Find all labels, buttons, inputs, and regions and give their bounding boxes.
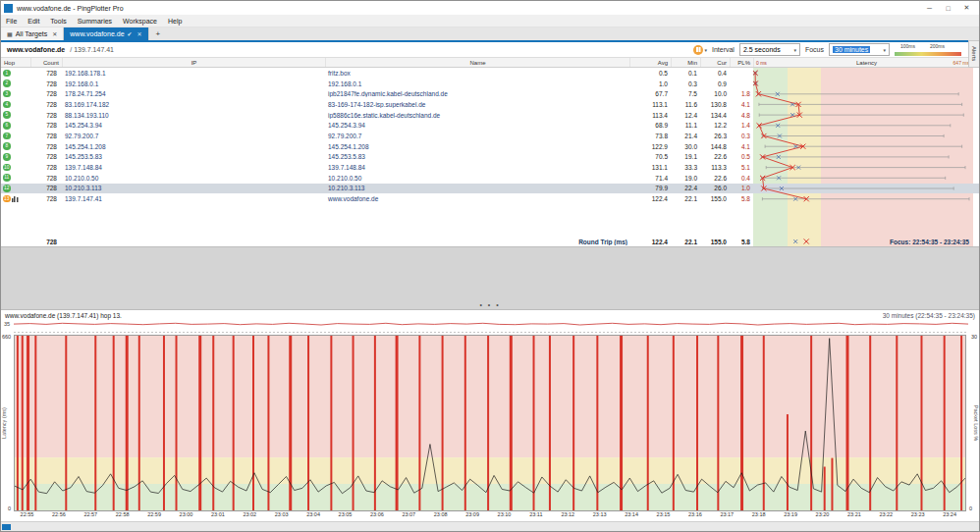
table-row[interactable]: 5 728 88.134.193.110 ip5886c16e.static.k… [1,110,979,121]
name-cell: fritz.box [325,70,629,77]
col-ip[interactable]: IP [62,58,325,67]
menu-workspace[interactable]: Workspace [123,18,157,25]
window-title: www.vodafone.de - PingPlotter Pro [17,5,124,12]
table-row[interactable]: 11 728 10.210.0.50 10.210.0.50 71.4 19.0… [1,173,979,184]
ip-cell: 192.168.178.1 [62,70,325,77]
col-min[interactable]: Min [671,58,700,67]
pl-cell: 0.5 [730,153,753,160]
cur-cell: 155.0 [700,195,730,202]
hop-badge: 1 [3,70,11,78]
avg-cell: 79.9 [629,185,671,191]
menu-tools[interactable]: Tools [50,18,66,25]
avg-cell: 70.5 [629,153,671,160]
overview-strip[interactable]: 35 [1,321,979,335]
cur-cell: 12.2 [700,122,730,129]
pl-cell: 1.8 [730,90,753,97]
table-row[interactable]: 8 728 145.254.1.208 145.254.1.208 122.9 … [1,141,979,152]
hop-badge: 10 [3,164,11,172]
cur-cell: 26.0 [700,185,730,191]
hop-badge: 2 [3,80,11,87]
menu-summaries[interactable]: Summaries [78,18,112,25]
menu-edit[interactable]: Edit [27,18,39,25]
table-row[interactable]: 7 728 92.79.200.7 92.79.200.7 73.8 21.4 … [1,131,979,141]
name-cell: 145.253.5.83 [325,153,629,160]
col-latency[interactable]: 0 ms Latency 647 ms [753,58,979,67]
pause-button[interactable]: ▾ [693,45,707,55]
x-tick-label: 23:08 [431,511,451,517]
table-row[interactable]: 9 728 145.253.5.83 145.253.5.83 70.5 19.… [1,152,979,163]
x-tick-label: 22:59 [144,511,164,517]
x-tick-label: 23:21 [844,511,864,517]
min-cell: 12.4 [671,112,700,119]
summary-label: Round Trip (ms) [325,239,629,245]
hop-cell: 1 [1,70,30,78]
name-cell: 192.168.0.1 [325,80,629,87]
ip-cell: 10.210.0.50 [62,175,325,182]
hop-table: Hop Count IP Name Avg Min Cur PL% 0 ms L… [1,58,979,246]
interval-select[interactable]: 2.5 seconds ▾ [739,43,800,56]
table-row[interactable]: 13 728 139.7.147.41 www.vodafone.de 122.… [1,193,979,204]
table-row[interactable]: 12 728 10.210.3.113 10.210.3.113 79.9 22… [1,184,979,194]
cur-cell: 0.9 [700,80,730,87]
hop-badge: 13 [3,195,11,203]
min-cell: 19.1 [671,153,700,160]
name-cell: 145.254.3.94 [325,122,629,129]
timeline-range: 30 minutes (22:54:35 - 23:24:35) [883,312,975,319]
table-row[interactable]: 4 728 83.169.174.182 83-169-174-182-isp.… [1,99,979,110]
timeline-chart-svg [15,336,965,510]
pl-cell: 1.4 [730,122,753,129]
overview-axis-label: 35 [4,321,10,327]
min-cell: 22.4 [671,185,700,191]
hop-badge: 9 [3,153,11,161]
min-cell: 19.0 [671,175,700,182]
col-hop[interactable]: Hop [1,58,30,67]
table-row[interactable]: 3 728 178.24.71.254 ipb21847fe.dynamic.k… [1,88,979,99]
x-tick-label: 23:02 [240,511,259,517]
tab-close-icon[interactable]: ✕ [137,30,142,37]
avg-cell: 71.4 [629,175,671,182]
close-button[interactable]: ✕ [957,2,976,15]
menu-help[interactable]: Help [168,18,182,25]
x-tick-label: 22:55 [18,511,37,517]
table-empty-area [1,204,979,237]
table-row[interactable]: 6 728 145.254.3.94 145.254.3.94 68.9 11.… [1,120,979,131]
splitter-handle[interactable]: • • • [479,301,500,308]
focus-value: 30 minutes [833,46,870,53]
pl-cell: 0.4 [730,175,753,182]
tab-all-targets[interactable]: ▦All Targets✕ [1,27,64,40]
maximize-button[interactable]: □ [939,2,957,15]
minimize-button[interactable]: ─ [920,2,939,15]
latency-gradient-bar [895,52,961,56]
tab-label: www.vodafone.de [70,30,124,37]
timeline-x-axis: 22:5522:5622:5722:5822:5923:0023:0123:02… [1,511,979,520]
alerts-panel-tab[interactable]: Alerts [968,40,979,68]
focus-label: Focus [805,46,824,53]
tab-www-vodafone-de[interactable]: www.vodafone.de✔✕ [64,27,148,40]
title-bar: www.vodafone.de - PingPlotter Pro ─ □ ✕ [1,1,979,15]
x-tick-label: 23:06 [367,511,387,517]
col-pl[interactable]: PL% [730,58,753,67]
pl-cell: 5.8 [730,195,753,202]
table-row[interactable]: 2 728 192.168.0.1 192.168.0.1 1.0 0.3 0.… [1,79,979,89]
tab-close-icon[interactable]: ✕ [52,30,57,37]
col-cur[interactable]: Cur [700,58,730,67]
table-row[interactable]: 10 728 139.7.148.84 139.7.148.84 131.1 3… [1,162,979,173]
x-tick-label: 22:57 [81,511,100,517]
name-cell: 10.210.3.113 [325,185,629,191]
pingplotter-window: www.vodafone.de - PingPlotter Pro ─ □ ✕ … [0,0,980,532]
new-tab-button[interactable]: + [149,27,168,40]
menu-file[interactable]: File [6,18,17,25]
col-name[interactable]: Name [325,58,629,67]
col-avg[interactable]: Avg [629,58,671,67]
table-row[interactable]: 1 728 192.168.178.1 fritz.box 0.5 0.1 0.… [1,68,979,79]
timeline-chart[interactable] [14,335,966,511]
hop-cell: 2 [1,80,30,87]
min-cell: 21.4 [671,133,700,139]
avg-cell: 1.0 [629,80,671,87]
status-bar [1,521,979,531]
min-cell: 30.0 [671,143,700,150]
name-cell: ipb21847fe.dynamic.kabel-deutschland.de [325,90,629,97]
col-count[interactable]: Count [30,58,62,67]
name-cell: ip5886c16e.static.kabel-deutschland.de [325,112,629,119]
focus-select[interactable]: 30 minutes ▾ [829,43,890,56]
